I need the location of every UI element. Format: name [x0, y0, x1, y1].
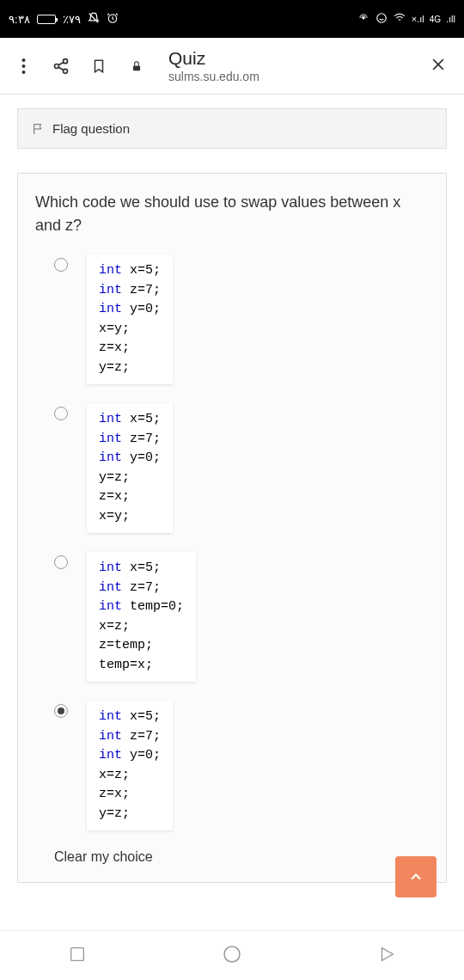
radio-2[interactable] [54, 407, 68, 420]
question-card: Which code we should use to swap values … [17, 173, 447, 883]
svg-point-7 [64, 58, 68, 63]
menu-dots-icon[interactable] [14, 57, 33, 76]
hotspot-icon [357, 12, 370, 27]
browser-title-area[interactable]: Quiz sulms.su.edu.om [168, 48, 407, 83]
share-icon[interactable] [52, 57, 70, 76]
svg-line-11 [58, 67, 64, 70]
svg-rect-15 [70, 947, 83, 960]
clear-choice[interactable]: Clear my choice [54, 849, 429, 865]
svg-point-2 [363, 16, 364, 18]
svg-rect-12 [133, 65, 140, 70]
option-3[interactable]: int x=5; int z=7; int temp=0; x=z; z=tem… [54, 552, 429, 682]
content-area: Flag question Which code we should use t… [0, 108, 464, 883]
option-1[interactable]: int x=5; int z=7; int y=0; x=y; z=x; y=z… [54, 254, 429, 384]
svg-marker-17 [382, 947, 394, 960]
alarm-icon [107, 12, 119, 27]
question-text: Which code we should use to swap values … [35, 191, 429, 237]
nav-home-icon[interactable] [222, 944, 242, 968]
svg-point-6 [21, 70, 25, 74]
svg-point-3 [376, 13, 386, 22]
radio-4[interactable] [54, 704, 68, 718]
flag-question[interactable]: Flag question [17, 108, 447, 149]
browser-header: Quiz sulms.su.edu.om [0, 38, 464, 95]
signal-icon: ×.ıl [412, 14, 424, 24]
code-box-1: int x=5; int z=7; int y=0; x=y; z=x; y=z… [87, 254, 173, 384]
nav-bar [0, 930, 464, 980]
flag-label: Flag question [52, 121, 130, 136]
status-left: ٩:٣٨ ٪٧٩ [9, 12, 119, 27]
option-2[interactable]: int x=5; int z=7; int y=0; y=z; z=x; x=y… [54, 403, 429, 533]
radio-3[interactable] [54, 555, 68, 569]
nav-recent-icon[interactable] [68, 945, 87, 967]
wifi-icon [393, 12, 406, 27]
signal-icon-2: .ıll [446, 14, 455, 24]
radio-1[interactable] [54, 258, 68, 272]
svg-point-8 [55, 64, 59, 68]
svg-point-9 [64, 69, 68, 73]
option-4[interactable]: int x=5; int z=7; int y=0; x=z; z=x; y=z… [54, 701, 429, 830]
svg-point-5 [21, 64, 25, 68]
svg-line-10 [58, 62, 64, 64]
page-url: sulms.su.edu.om [168, 70, 407, 83]
code-box-2: int x=5; int z=7; int y=0; y=z; z=x; x=y… [87, 403, 173, 533]
network-label: 4G [430, 15, 441, 24]
code-box-3: int x=5; int z=7; int temp=0; x=z; z=tem… [87, 552, 196, 682]
bookmark-icon[interactable] [89, 57, 108, 76]
battery-icon [37, 15, 56, 24]
battery-percent: ٪٧٩ [63, 13, 81, 26]
whatsapp-icon [375, 12, 388, 27]
chevron-up-icon [407, 868, 424, 885]
lock-icon [127, 57, 146, 76]
svg-point-16 [224, 946, 240, 962]
svg-point-4 [21, 58, 25, 62]
page-title: Quiz [168, 48, 407, 69]
code-box-4: int x=5; int z=7; int y=0; x=z; z=x; y=z… [87, 701, 173, 830]
nav-back-icon[interactable] [377, 945, 396, 967]
scroll-top-button[interactable] [395, 856, 437, 897]
status-bar: ٩:٣٨ ٪٧٩ ×.ıl 4G .ıll [0, 0, 464, 38]
flag-icon [32, 122, 46, 136]
status-time: ٩:٣٨ [9, 13, 30, 26]
close-icon[interactable] [426, 54, 450, 78]
status-right: ×.ıl 4G .ıll [357, 12, 455, 27]
bell-off-icon [88, 12, 100, 27]
